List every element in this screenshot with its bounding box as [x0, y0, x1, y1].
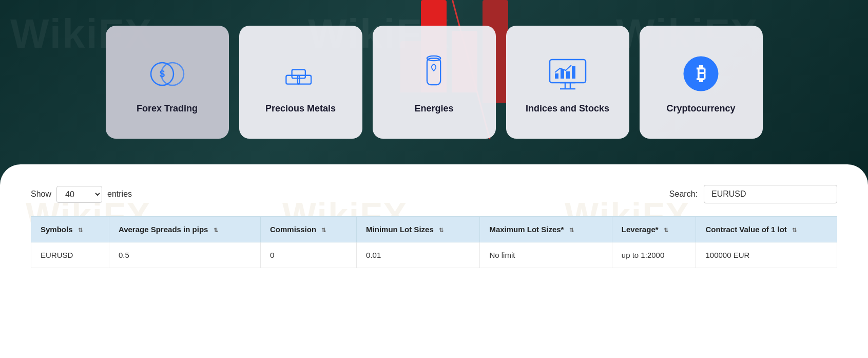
table-body: EURUSD 0.5 0 0.01 No limit up to 1:2000 … [31, 242, 837, 268]
svg-rect-13 [555, 73, 558, 79]
forex-trading-label: Forex Trading [137, 103, 198, 114]
show-entries-control: Show 10 25 40 100 entries [31, 186, 132, 203]
entries-label: entries [107, 190, 132, 199]
metals-icon [280, 53, 321, 94]
sort-max-lot-icon[interactable]: ⇅ [569, 227, 574, 234]
col-leverage[interactable]: Leverage* ⇅ [612, 217, 696, 242]
card-energies[interactable]: Energies [373, 26, 496, 139]
col-contract-value[interactable]: Contract Value of 1 lot ⇅ [696, 217, 837, 242]
card-cryptocurrency[interactable]: ₿ Cryptocurrency [640, 26, 763, 139]
svg-text:₿: ₿ [697, 63, 706, 84]
entries-select[interactable]: 10 25 40 100 [56, 186, 102, 203]
precious-metals-label: Precious Metals [265, 103, 336, 114]
table-controls: Show 10 25 40 100 entries Search: [31, 185, 837, 203]
col-symbols[interactable]: Symbols ⇅ [31, 217, 109, 242]
forex-icon: $ [147, 53, 188, 94]
table-header-row: Symbols ⇅ Average Spreads in pips ⇅ Comm… [31, 217, 837, 242]
col-avg-spreads[interactable]: Average Spreads in pips ⇅ [109, 217, 260, 242]
sort-min-lot-icon[interactable]: ⇅ [439, 227, 443, 234]
cell-symbols: EURUSD [31, 242, 109, 268]
crypto-icon: ₿ [681, 53, 722, 94]
cell-max-lot: No limit [480, 242, 612, 268]
indices-stocks-label: Indices and Stocks [526, 103, 609, 114]
cryptocurrency-label: Cryptocurrency [666, 103, 735, 114]
cell-leverage: up to 1:2000 [612, 242, 696, 268]
sort-contract-icon[interactable]: ⇅ [792, 227, 797, 234]
search-label: Search: [669, 190, 698, 199]
sort-commission-icon[interactable]: ⇅ [321, 227, 326, 234]
energies-label: Energies [414, 103, 453, 114]
search-input[interactable] [704, 185, 837, 203]
svg-rect-16 [572, 66, 575, 79]
col-max-lot[interactable]: Maximum Lot Sizes* ⇅ [480, 217, 612, 242]
show-label: Show [31, 190, 51, 199]
card-indices-stocks[interactable]: Indices and Stocks [506, 26, 629, 139]
svg-rect-4 [292, 69, 305, 78]
svg-rect-6 [427, 58, 440, 85]
category-cards: $ Forex Trading Precious Metals [31, 15, 837, 149]
indices-icon [547, 53, 588, 94]
cell-min-lot: 0.01 [357, 242, 480, 268]
card-precious-metals[interactable]: Precious Metals [239, 26, 362, 139]
svg-text:$: $ [160, 69, 165, 79]
trading-table: Symbols ⇅ Average Spreads in pips ⇅ Comm… [31, 216, 837, 268]
sort-symbols-icon[interactable]: ⇅ [78, 227, 83, 234]
col-min-lot[interactable]: Minimun Lot Sizes ⇅ [357, 217, 480, 242]
svg-rect-15 [566, 71, 570, 79]
bottom-section: WikiFX WikiFX WikiFX Show 10 25 40 100 e… [0, 164, 868, 358]
sort-leverage-icon[interactable]: ⇅ [664, 227, 668, 234]
search-box: Search: [669, 185, 837, 203]
table-row: EURUSD 0.5 0 0.01 No limit up to 1:2000 … [31, 242, 837, 268]
cell-avg-spreads: 0.5 [109, 242, 260, 268]
energies-icon [414, 53, 455, 94]
col-commission[interactable]: Commission ⇅ [261, 217, 357, 242]
cell-commission: 0 [261, 242, 357, 268]
svg-rect-8 [550, 60, 586, 83]
cell-contract-value: 100000 EUR [696, 242, 837, 268]
sort-spreads-icon[interactable]: ⇅ [214, 227, 218, 234]
svg-rect-14 [561, 69, 564, 79]
card-forex-trading[interactable]: $ Forex Trading [106, 26, 229, 139]
top-section: WikiFX WikiFX WikiFX $ Forex Trading [0, 0, 868, 180]
